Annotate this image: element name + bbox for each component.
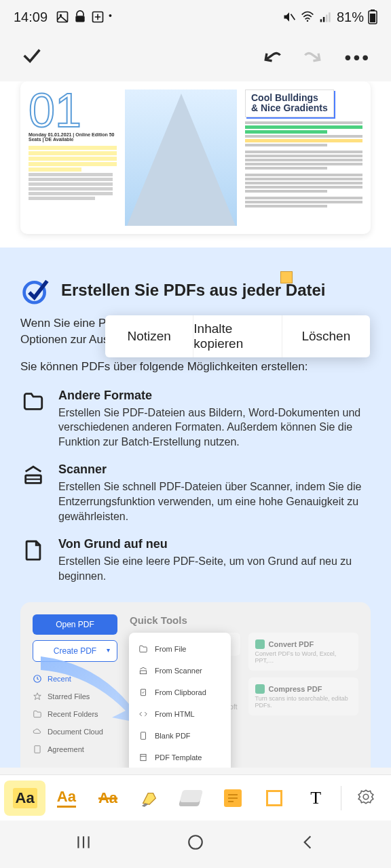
signal-icon (319, 10, 333, 24)
mini-quick-tools-title: Quick Tools (130, 614, 358, 626)
dropdown-pdf-template: PDF Template (129, 747, 231, 768)
context-delete-button[interactable]: Löschen (282, 315, 370, 357)
text-tool[interactable]: T (295, 781, 337, 816)
annotation-toolbar: Aa Aa Aa T (0, 774, 391, 821)
svg-rect-12 (370, 14, 375, 22)
context-notes-button[interactable]: Notizen (105, 315, 193, 357)
dropdown-from-scanner: From Scanner (129, 660, 231, 682)
feature-blank: Von Grund auf neu Erstellen Sie eine lee… (20, 537, 371, 583)
feature-title: Scanner (58, 462, 371, 477)
wifi-icon (300, 10, 315, 24)
svg-rect-6 (320, 19, 322, 22)
mini-nav-cloud: Document Cloud (33, 727, 117, 736)
svg-rect-17 (35, 746, 40, 753)
dropdown-from-clipboard: From Clipborad (129, 682, 231, 703)
mini-convert-tile: Convert PDF Convert PDFs to Word, Excel,… (248, 633, 359, 671)
plus-box-icon (91, 10, 105, 24)
svg-point-5 (307, 20, 309, 22)
recents-nav-button[interactable] (75, 833, 92, 855)
system-nav-bar (0, 821, 391, 868)
more-button[interactable]: ••• (345, 47, 371, 68)
feature-scanner: Scanner Erstellen Sie schnell PDF-Dateie… (20, 462, 371, 524)
status-time: 14:09 (14, 9, 48, 25)
lock-icon (73, 10, 87, 24)
mini-open-pdf-button: Open PDF (33, 614, 117, 635)
file-icon (20, 537, 46, 563)
dropdown-blank-pdf: Blank PDF (129, 725, 231, 747)
sticky-note-icon[interactable] (280, 271, 293, 283)
mute-icon (282, 10, 296, 24)
status-left-icons: • (56, 10, 112, 24)
feature-title: Andere Formate (58, 389, 371, 403)
strikethrough-tool[interactable]: Aa (87, 781, 128, 816)
status-bar: 14:09 • 81% (0, 0, 391, 34)
shape-tool[interactable] (253, 781, 295, 816)
svg-point-27 (189, 835, 202, 849)
building-image (125, 90, 237, 226)
image-icon (56, 10, 69, 24)
mini-nav-recent: Recent (33, 674, 117, 684)
mini-create-pdf-button: Create PDF (33, 640, 117, 662)
top-toolbar: ••• (0, 34, 391, 81)
undo-button[interactable] (261, 45, 282, 71)
home-nav-button[interactable] (187, 833, 204, 855)
svg-rect-7 (323, 17, 325, 22)
battery-percent: 81% (337, 9, 364, 25)
section-subtitle: Sie können PDFs über folgende Möglichkei… (20, 360, 371, 374)
checkmark-badge-icon (20, 275, 51, 305)
mini-nav-folders: Recent Folders (33, 709, 117, 719)
highlight-tool[interactable]: Aa (4, 781, 45, 816)
done-button[interactable] (20, 44, 43, 72)
dropdown-from-file: From File (129, 638, 231, 660)
battery-icon (368, 9, 377, 24)
feature-desc: Erstellen Sie PDF-Dateien aus Bildern, W… (58, 406, 371, 450)
dropdown-from-html: From HTML (129, 703, 231, 725)
context-menu: Notizen Inhalte kopieren Löschen (105, 315, 370, 357)
note-tool[interactable] (212, 781, 253, 816)
page-big-number: 01 (29, 90, 117, 132)
svg-rect-8 (326, 15, 328, 22)
feature-desc: Erstellen Sie eine leere PDF-Seite, um v… (58, 554, 371, 583)
feature-list: Andere Formate Erstellen Sie PDF-Dateien… (20, 389, 371, 584)
svg-line-4 (291, 14, 295, 20)
feature-title: Von Grund auf neu (58, 537, 371, 551)
svg-point-23 (364, 794, 369, 800)
document-preview-card: 01 Monday 01.01.2021 | Online Edition 50… (20, 81, 371, 234)
mini-app-screenshot: Open PDF Create PDF Recent Starred Files… (20, 602, 371, 768)
badge-title: Cool Bulldings & Nice Gradients (245, 90, 334, 117)
svg-rect-9 (329, 12, 331, 22)
toolbar-divider (341, 786, 341, 810)
settings-tool[interactable] (346, 781, 387, 816)
redo-button[interactable] (303, 45, 324, 71)
mini-nav-starred: Starred Files (33, 692, 117, 701)
underline-tool[interactable]: Aa (45, 781, 87, 816)
document-content[interactable]: 01 Monday 01.01.2021 | Online Edition 50… (0, 81, 391, 768)
doc-meta: Monday 01.01.2021 | Online Edition 50 Se… (29, 132, 117, 142)
feature-other-formats: Andere Formate Erstellen Sie PDF-Dateien… (20, 389, 371, 450)
mini-nav-agreement: Agreement (33, 745, 117, 754)
svg-rect-18 (140, 671, 146, 674)
back-nav-button[interactable] (299, 833, 316, 855)
mini-compress-tile: Compress PDF Turn scans into searchable,… (248, 677, 359, 715)
eraser-tool[interactable] (170, 781, 212, 816)
context-copy-button[interactable]: Inhalte kopieren (193, 315, 282, 357)
marker-tool[interactable] (129, 781, 170, 816)
scanner-icon (20, 462, 46, 488)
folder-icon (20, 389, 46, 414)
svg-rect-20 (141, 732, 146, 740)
svg-rect-2 (75, 16, 84, 22)
svg-rect-21 (141, 755, 146, 761)
mini-create-dropdown: From File From Scanner From Clipborad Fr… (129, 633, 231, 768)
feature-desc: Erstellen Sie schnell PDF-Dateien über S… (58, 479, 371, 524)
